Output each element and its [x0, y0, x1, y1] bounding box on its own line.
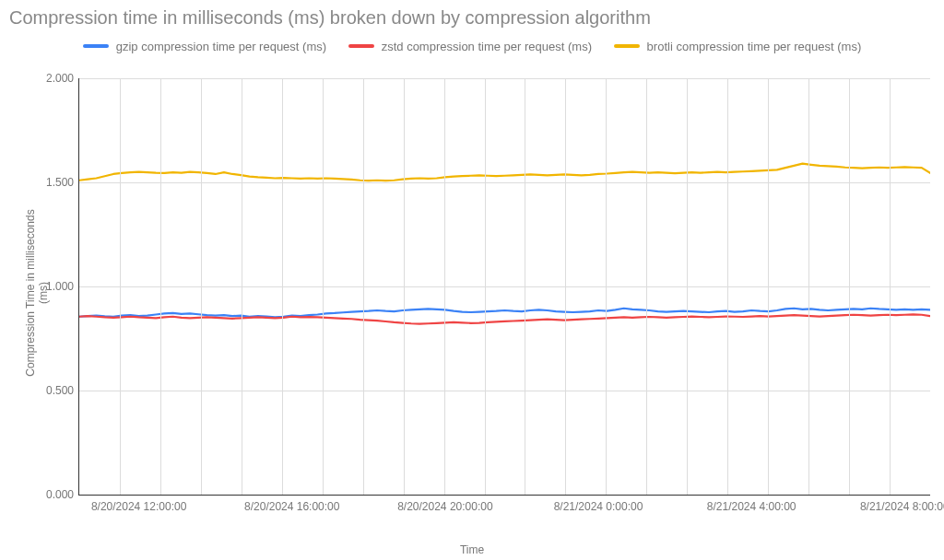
y-tick-label: 1.500 [46, 176, 74, 189]
grid-line-v [160, 78, 161, 495]
plot-area: 0.0000.5001.0001.5002.0008/20/2024 12:00… [41, 69, 935, 519]
series-line [79, 164, 930, 181]
grid-line-v [890, 78, 891, 495]
x-tick-label: 8/20/2024 16:00:00 [244, 500, 339, 513]
grid-line-v [646, 78, 647, 495]
grid-line-v [808, 78, 809, 495]
legend-label-gzip: gzip compression time per request (ms) [116, 40, 326, 53]
grid-line-v [687, 78, 688, 495]
grid-line-v [242, 78, 242, 495]
grid-line-v [404, 78, 405, 495]
grid-line-h [79, 78, 930, 79]
grid-line-v [485, 78, 486, 495]
legend-item-brotli: brotli compression time per request (ms) [614, 40, 862, 53]
x-tick-label: 8/21/2024 8:00:00 [860, 500, 944, 513]
legend-label-brotli: brotli compression time per request (ms) [647, 40, 862, 53]
grid-line-h [79, 391, 930, 391]
grid-line-v [444, 78, 445, 495]
y-tick-label: 0.500 [46, 384, 74, 397]
legend-item-zstd: zstd compression time per request (ms) [348, 40, 592, 53]
grid-line-h [79, 182, 930, 183]
grid-line-h [79, 286, 930, 287]
legend-swatch-brotli [614, 44, 640, 48]
x-tick-label: 8/20/2024 12:00:00 [91, 500, 186, 513]
grid-line-v [201, 78, 202, 495]
grid-line-v [565, 78, 566, 495]
grid-line-v [363, 78, 364, 495]
x-tick-label: 8/20/2024 20:00:00 [397, 500, 492, 513]
grid-line-v [727, 78, 728, 495]
y-tick-label: 0.000 [46, 488, 74, 501]
grid-line-v [120, 78, 121, 495]
grid-line-v [525, 78, 525, 495]
x-tick-label: 8/21/2024 0:00:00 [554, 500, 643, 513]
grid-line-v [849, 78, 850, 495]
grid-line-v [282, 78, 283, 495]
grid-line-v [606, 78, 607, 495]
chart-title: Compression time in milliseconds (ms) br… [9, 7, 651, 29]
legend-item-gzip: gzip compression time per request (ms) [83, 40, 326, 53]
y-tick-label: 1.000 [46, 280, 74, 293]
y-tick-label: 2.000 [46, 72, 74, 85]
legend-swatch-zstd [348, 44, 374, 48]
legend: gzip compression time per request (ms) z… [0, 37, 944, 53]
legend-label-zstd: zstd compression time per request (ms) [382, 40, 592, 53]
legend-swatch-gzip [83, 44, 109, 48]
grid-line-v [768, 78, 769, 495]
x-tick-label: 8/21/2024 4:00:00 [707, 500, 796, 513]
x-axis-title: Time [0, 543, 944, 556]
plot: 0.0000.5001.0001.5002.0008/20/2024 12:00… [78, 78, 930, 496]
grid-line-v [323, 78, 324, 495]
